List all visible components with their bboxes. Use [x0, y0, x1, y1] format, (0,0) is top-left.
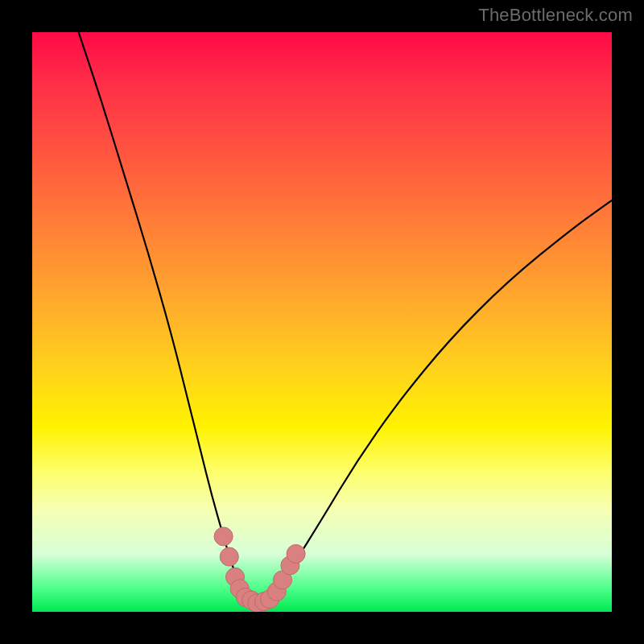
valley-marker: [287, 544, 305, 563]
chart-frame: TheBottleneck.com: [0, 0, 644, 644]
valley-marker: [214, 527, 233, 546]
valley-marker: [220, 547, 238, 566]
valley-markers: [214, 527, 305, 612]
plot-area: [32, 32, 612, 612]
bottleneck-curve: [79, 32, 612, 602]
bottleneck-curve-svg: [32, 32, 612, 612]
watermark-text: TheBottleneck.com: [478, 5, 633, 26]
